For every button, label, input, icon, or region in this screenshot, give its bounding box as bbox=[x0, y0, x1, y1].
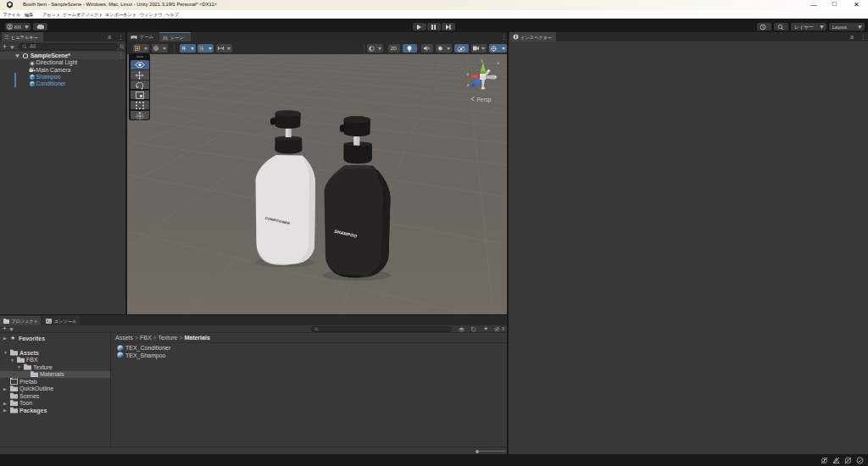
svg-text:Persp: Persp bbox=[477, 97, 492, 103]
